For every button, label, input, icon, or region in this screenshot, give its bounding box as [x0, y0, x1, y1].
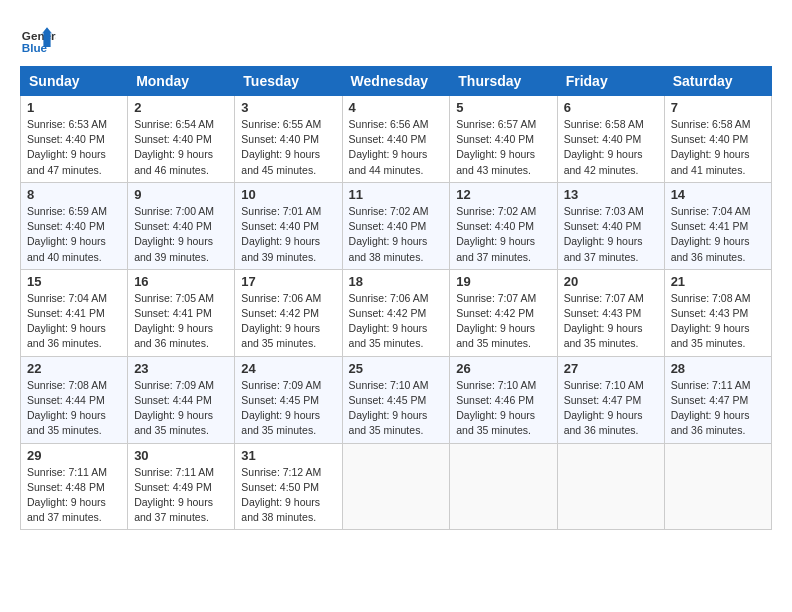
day-info: Sunrise: 7:06 AMSunset: 4:42 PMDaylight:…: [241, 292, 321, 350]
day-number: 23: [134, 361, 228, 376]
calendar-cell: 13 Sunrise: 7:03 AMSunset: 4:40 PMDaylig…: [557, 182, 664, 269]
calendar-cell: 18 Sunrise: 7:06 AMSunset: 4:42 PMDaylig…: [342, 269, 450, 356]
day-info: Sunrise: 7:02 AMSunset: 4:40 PMDaylight:…: [349, 205, 429, 263]
weekday-header-tuesday: Tuesday: [235, 67, 342, 96]
calendar-header-row: SundayMondayTuesdayWednesdayThursdayFrid…: [21, 67, 772, 96]
logo-icon: General Blue: [20, 20, 56, 56]
day-number: 9: [134, 187, 228, 202]
day-info: Sunrise: 6:54 AMSunset: 4:40 PMDaylight:…: [134, 118, 214, 176]
calendar-cell: 19 Sunrise: 7:07 AMSunset: 4:42 PMDaylig…: [450, 269, 557, 356]
day-number: 5: [456, 100, 550, 115]
calendar-cell: 9 Sunrise: 7:00 AMSunset: 4:40 PMDayligh…: [128, 182, 235, 269]
svg-text:General: General: [22, 29, 56, 42]
calendar-week-5: 29 Sunrise: 7:11 AMSunset: 4:48 PMDaylig…: [21, 443, 772, 530]
calendar-cell: [557, 443, 664, 530]
day-info: Sunrise: 6:58 AMSunset: 4:40 PMDaylight:…: [564, 118, 644, 176]
calendar-cell: 15 Sunrise: 7:04 AMSunset: 4:41 PMDaylig…: [21, 269, 128, 356]
calendar-cell: 25 Sunrise: 7:10 AMSunset: 4:45 PMDaylig…: [342, 356, 450, 443]
weekday-header-monday: Monday: [128, 67, 235, 96]
calendar-cell: 8 Sunrise: 6:59 AMSunset: 4:40 PMDayligh…: [21, 182, 128, 269]
page-header: General Blue: [20, 20, 772, 56]
day-info: Sunrise: 7:08 AMSunset: 4:43 PMDaylight:…: [671, 292, 751, 350]
calendar-week-4: 22 Sunrise: 7:08 AMSunset: 4:44 PMDaylig…: [21, 356, 772, 443]
calendar-cell: 24 Sunrise: 7:09 AMSunset: 4:45 PMDaylig…: [235, 356, 342, 443]
day-number: 2: [134, 100, 228, 115]
day-info: Sunrise: 7:04 AMSunset: 4:41 PMDaylight:…: [671, 205, 751, 263]
weekday-header-friday: Friday: [557, 67, 664, 96]
calendar-cell: 21 Sunrise: 7:08 AMSunset: 4:43 PMDaylig…: [664, 269, 771, 356]
day-info: Sunrise: 7:05 AMSunset: 4:41 PMDaylight:…: [134, 292, 214, 350]
calendar-cell: [342, 443, 450, 530]
day-number: 31: [241, 448, 335, 463]
day-info: Sunrise: 7:06 AMSunset: 4:42 PMDaylight:…: [349, 292, 429, 350]
calendar-cell: 2 Sunrise: 6:54 AMSunset: 4:40 PMDayligh…: [128, 96, 235, 183]
day-info: Sunrise: 7:10 AMSunset: 4:45 PMDaylight:…: [349, 379, 429, 437]
day-info: Sunrise: 7:10 AMSunset: 4:47 PMDaylight:…: [564, 379, 644, 437]
weekday-header-sunday: Sunday: [21, 67, 128, 96]
logo: General Blue: [20, 20, 56, 56]
day-number: 7: [671, 100, 765, 115]
day-number: 27: [564, 361, 658, 376]
day-info: Sunrise: 7:09 AMSunset: 4:45 PMDaylight:…: [241, 379, 321, 437]
calendar-cell: 11 Sunrise: 7:02 AMSunset: 4:40 PMDaylig…: [342, 182, 450, 269]
day-number: 28: [671, 361, 765, 376]
day-number: 8: [27, 187, 121, 202]
day-number: 16: [134, 274, 228, 289]
day-info: Sunrise: 7:07 AMSunset: 4:43 PMDaylight:…: [564, 292, 644, 350]
day-number: 3: [241, 100, 335, 115]
day-number: 29: [27, 448, 121, 463]
day-number: 10: [241, 187, 335, 202]
day-info: Sunrise: 6:58 AMSunset: 4:40 PMDaylight:…: [671, 118, 751, 176]
calendar-cell: 31 Sunrise: 7:12 AMSunset: 4:50 PMDaylig…: [235, 443, 342, 530]
day-number: 20: [564, 274, 658, 289]
calendar-cell: 28 Sunrise: 7:11 AMSunset: 4:47 PMDaylig…: [664, 356, 771, 443]
day-info: Sunrise: 7:09 AMSunset: 4:44 PMDaylight:…: [134, 379, 214, 437]
day-number: 25: [349, 361, 444, 376]
weekday-header-saturday: Saturday: [664, 67, 771, 96]
day-info: Sunrise: 7:11 AMSunset: 4:49 PMDaylight:…: [134, 466, 214, 524]
calendar-cell: 3 Sunrise: 6:55 AMSunset: 4:40 PMDayligh…: [235, 96, 342, 183]
weekday-header-thursday: Thursday: [450, 67, 557, 96]
day-info: Sunrise: 7:12 AMSunset: 4:50 PMDaylight:…: [241, 466, 321, 524]
day-number: 14: [671, 187, 765, 202]
calendar-table: SundayMondayTuesdayWednesdayThursdayFrid…: [20, 66, 772, 530]
day-info: Sunrise: 7:11 AMSunset: 4:48 PMDaylight:…: [27, 466, 107, 524]
calendar-week-2: 8 Sunrise: 6:59 AMSunset: 4:40 PMDayligh…: [21, 182, 772, 269]
day-info: Sunrise: 7:00 AMSunset: 4:40 PMDaylight:…: [134, 205, 214, 263]
day-info: Sunrise: 7:10 AMSunset: 4:46 PMDaylight:…: [456, 379, 536, 437]
day-number: 13: [564, 187, 658, 202]
calendar-cell: 17 Sunrise: 7:06 AMSunset: 4:42 PMDaylig…: [235, 269, 342, 356]
day-number: 1: [27, 100, 121, 115]
day-info: Sunrise: 7:07 AMSunset: 4:42 PMDaylight:…: [456, 292, 536, 350]
calendar-cell: 20 Sunrise: 7:07 AMSunset: 4:43 PMDaylig…: [557, 269, 664, 356]
calendar-cell: 26 Sunrise: 7:10 AMSunset: 4:46 PMDaylig…: [450, 356, 557, 443]
calendar-cell: [450, 443, 557, 530]
day-info: Sunrise: 6:55 AMSunset: 4:40 PMDaylight:…: [241, 118, 321, 176]
calendar-cell: 16 Sunrise: 7:05 AMSunset: 4:41 PMDaylig…: [128, 269, 235, 356]
day-info: Sunrise: 7:02 AMSunset: 4:40 PMDaylight:…: [456, 205, 536, 263]
day-number: 19: [456, 274, 550, 289]
calendar-cell: 1 Sunrise: 6:53 AMSunset: 4:40 PMDayligh…: [21, 96, 128, 183]
day-info: Sunrise: 7:04 AMSunset: 4:41 PMDaylight:…: [27, 292, 107, 350]
day-number: 21: [671, 274, 765, 289]
calendar-week-1: 1 Sunrise: 6:53 AMSunset: 4:40 PMDayligh…: [21, 96, 772, 183]
calendar-cell: [664, 443, 771, 530]
day-number: 17: [241, 274, 335, 289]
day-info: Sunrise: 6:56 AMSunset: 4:40 PMDaylight:…: [349, 118, 429, 176]
weekday-header-wednesday: Wednesday: [342, 67, 450, 96]
day-info: Sunrise: 7:03 AMSunset: 4:40 PMDaylight:…: [564, 205, 644, 263]
day-number: 30: [134, 448, 228, 463]
day-number: 11: [349, 187, 444, 202]
calendar-cell: 23 Sunrise: 7:09 AMSunset: 4:44 PMDaylig…: [128, 356, 235, 443]
day-info: Sunrise: 6:59 AMSunset: 4:40 PMDaylight:…: [27, 205, 107, 263]
calendar-cell: 22 Sunrise: 7:08 AMSunset: 4:44 PMDaylig…: [21, 356, 128, 443]
calendar-cell: 5 Sunrise: 6:57 AMSunset: 4:40 PMDayligh…: [450, 96, 557, 183]
day-number: 22: [27, 361, 121, 376]
calendar-week-3: 15 Sunrise: 7:04 AMSunset: 4:41 PMDaylig…: [21, 269, 772, 356]
day-info: Sunrise: 7:01 AMSunset: 4:40 PMDaylight:…: [241, 205, 321, 263]
calendar-cell: 12 Sunrise: 7:02 AMSunset: 4:40 PMDaylig…: [450, 182, 557, 269]
day-info: Sunrise: 6:53 AMSunset: 4:40 PMDaylight:…: [27, 118, 107, 176]
calendar-cell: 14 Sunrise: 7:04 AMSunset: 4:41 PMDaylig…: [664, 182, 771, 269]
calendar-cell: 7 Sunrise: 6:58 AMSunset: 4:40 PMDayligh…: [664, 96, 771, 183]
day-info: Sunrise: 7:08 AMSunset: 4:44 PMDaylight:…: [27, 379, 107, 437]
